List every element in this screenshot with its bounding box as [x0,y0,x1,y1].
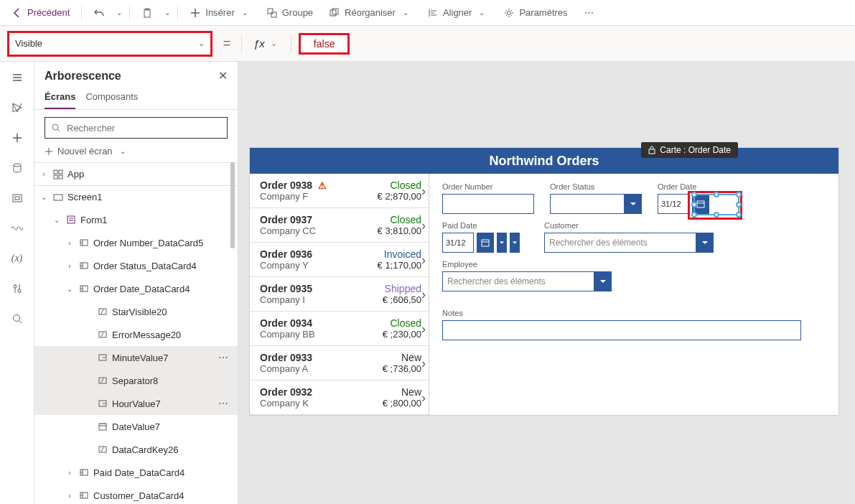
customer-combo[interactable]: Rechercher des éléments [544,233,714,253]
order-gallery[interactable]: Order 0938 ⚠ Closed Company F € 2;870,00… [250,174,429,415]
date-picker-button[interactable] [477,233,494,253]
canvas[interactable]: Carte : Order Date Northwind Orders Orde… [238,62,855,504]
tree-node-hour[interactable]: HourValue7 ⋯ [34,392,238,415]
gallery-item[interactable]: Order 0938 ⚠ Closed Company F € 2;870,00… [250,174,429,208]
variables-rail-button[interactable]: (x) [9,250,26,267]
undo-chevron[interactable]: ⌄ [113,9,125,17]
employee-combo[interactable]: Rechercher des éléments [442,271,612,291]
combo-button[interactable] [594,271,612,291]
combo-text[interactable]: Rechercher des éléments [544,233,696,253]
combo-text[interactable] [550,194,625,214]
media-rail-button[interactable] [9,190,26,207]
field-label: Order Number [442,182,534,191]
clipboard-icon [141,7,153,19]
close-icon[interactable]: ✕ [218,69,228,83]
chevron-down-icon [512,240,518,246]
tree-body[interactable]: › App ⌄ Screen1 ⌄ Form1 › Order Number_D… [34,162,238,504]
svg-point-7 [14,164,21,167]
order-status-combo[interactable] [550,194,642,214]
gallery-item[interactable]: Order 0933 New Company A € ;736,00 › [250,346,429,381]
fx-button[interactable]: ƒx⌄ [249,37,284,50]
order-date-input[interactable]: 31/12 [658,194,689,214]
paste-button[interactable] [134,4,160,22]
svg-rect-2 [268,9,273,14]
selection-handles[interactable] [693,194,739,215]
gallery-item[interactable]: Order 0937 Closed Company CC € 3;810,00 … [250,208,429,243]
tree-node-orderdate[interactable]: ⌄ Order Date_DataCard4 [34,277,238,300]
variable-icon: (x) [11,253,23,264]
tree-node-datacardkey[interactable]: DataCardKey26 [34,438,238,461]
order-number-input[interactable] [442,194,534,214]
tree-node-datevalue[interactable]: DateValue7 [34,415,238,438]
dropdown-icon [96,397,109,410]
formula-input[interactable]: false [299,33,350,55]
expander-icon[interactable]: › [39,170,49,178]
warn-icon: ⚠ [318,180,327,191]
tree-node-form1[interactable]: ⌄ Form1 [34,208,238,231]
search-rail-button[interactable] [9,310,26,327]
gallery-item[interactable]: Order 0935 Shipped Company I € ;606,50 › [250,277,429,312]
expander-icon[interactable]: ⌄ [39,193,49,201]
overflow-button[interactable]: ⋯ [576,4,602,22]
more-icon[interactable]: ⋯ [215,352,232,363]
expander-icon[interactable]: › [65,262,75,270]
calendar-icon [481,238,490,247]
more-icon[interactable]: ⋯ [215,398,232,409]
expander-icon[interactable]: › [65,492,75,500]
svg-rect-9 [15,197,19,200]
tree-node-starvisible[interactable]: StarVisible20 [34,300,238,323]
tree-node-ordernum[interactable]: › Order Number_DataCard5 [34,231,238,254]
scrollbar-thumb[interactable] [230,162,235,248]
svg-point-11 [18,289,21,292]
tree-node-errmsg[interactable]: ErrorMessage20 [34,323,238,346]
gallery-item[interactable]: Order 0936 Invoiced Company Y € 1;170,00… [250,243,429,277]
hour-dropdown[interactable] [497,233,507,253]
tree-node-customer[interactable]: › Customer_DataCard4 [34,484,238,504]
combo-text[interactable]: Rechercher des éléments [442,271,594,291]
tree-node-paiddate[interactable]: › Paid Date_DataCard4 [34,461,238,484]
settings-button[interactable]: Paramètres [496,4,574,22]
tree-node-separator[interactable]: Separator8 [34,369,238,392]
data-rail-button[interactable] [9,159,26,177]
reorder-button[interactable]: Réorganiser ⌄ [322,4,419,22]
tree-node-minute[interactable]: MinuteValue7 ⋯ [34,346,238,369]
paid-date-input[interactable]: 31/12 [442,233,474,253]
tree-node-screen1[interactable]: ⌄ Screen1 [34,185,238,208]
hamburger-button[interactable] [9,69,26,86]
notes-input[interactable] [442,320,801,340]
tree-node-app[interactable]: › App [34,162,238,185]
property-select[interactable]: Visible ⌄ [7,31,212,57]
combo-button[interactable] [625,194,642,214]
back-button[interactable]: Précédent [4,4,77,22]
paste-chevron[interactable]: ⌄ [162,9,173,17]
insert-rail-button[interactable] [9,129,26,146]
order-company: Company Y [260,260,309,271]
group-button[interactable]: Groupe [259,4,320,22]
expander-icon[interactable]: ⌄ [52,216,62,224]
search-field[interactable] [67,123,221,134]
tab-components[interactable]: Composants [85,87,138,109]
expander-icon[interactable]: › [65,469,75,477]
advanced-rail-button[interactable] [9,280,26,297]
tree-view-button[interactable] [9,99,26,116]
insert-button[interactable]: Insérer ⌄ [182,4,257,22]
gallery-item[interactable]: Order 0934 Closed Company BB € ;230,00 › [250,312,429,346]
gallery-item[interactable]: Order 0932 New Company K € ;800,00 › [250,381,429,415]
expander-icon[interactable]: ⌄ [65,285,75,293]
insert-chevron: ⌄ [239,9,251,17]
search-input[interactable] [45,117,228,139]
tab-screens[interactable]: Écrans [45,87,75,109]
undo-button[interactable] [86,4,112,22]
flows-rail-button[interactable] [9,220,26,237]
new-screen-button[interactable]: Nouvel écran ⌄ [34,143,238,162]
app-frame: Carte : Order Date Northwind Orders Orde… [250,148,838,415]
minute-dropdown[interactable] [510,233,520,253]
datacard-icon [78,282,90,295]
expander-icon[interactable]: › [65,239,75,247]
fx-icon: ƒx [253,37,265,50]
field-customer: Customer Rechercher des éléments [544,221,714,253]
combo-button[interactable] [696,233,714,253]
order-company: Company BB [260,329,315,340]
align-button[interactable]: Aligner ⌄ [420,4,495,22]
tree-node-orderstatus[interactable]: › Order Status_DataCard4 [34,254,238,277]
